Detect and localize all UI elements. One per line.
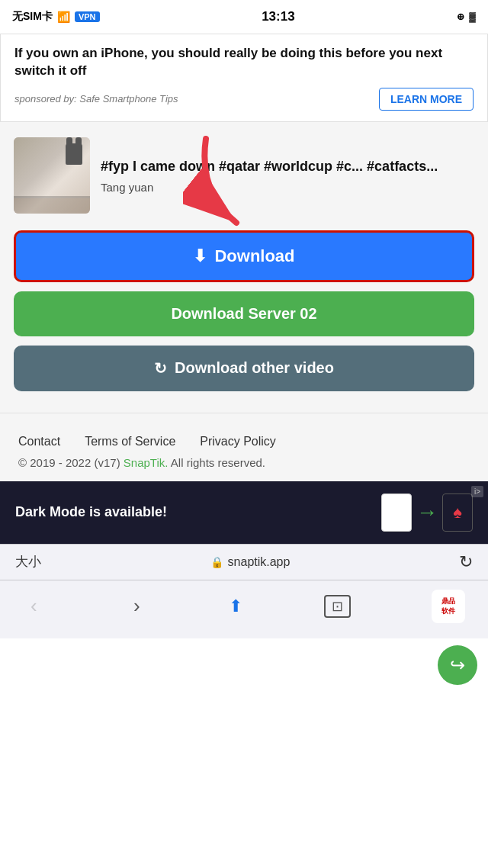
video-card: #fyp I came down #qatar #worldcup #c... … — [14, 137, 474, 214]
battery-icon: ▓ — [469, 11, 476, 22]
font-size-label[interactable]: 大小 — [15, 553, 41, 571]
footer-tos-link[interactable]: Terms of Service — [85, 435, 175, 448]
status-bar: 无SIM卡 📶 VPN 13:13 ⊕ ▓ — [0, 0, 488, 34]
share-button[interactable]: ⬆ — [229, 596, 242, 616]
browser-address-bar: 大小 🔒 snaptik.app ↻ — [0, 544, 488, 580]
download-icon: ⬇ — [193, 246, 207, 266]
video-info: #fyp I came down #qatar #worldcup #c... … — [101, 157, 474, 194]
browser-nav: ‹ › ⬆ ⊡ 鼎品软件 — [0, 580, 488, 638]
footer-brand-link[interactable]: SnapTik. — [124, 456, 169, 469]
share-fab-button[interactable]: ↪ — [438, 645, 477, 685]
download-server02-button[interactable]: Download Server 02 — [14, 291, 474, 336]
learn-more-button[interactable]: LEARN MORE — [379, 88, 474, 111]
video-author: Tang yuan — [101, 181, 474, 194]
download-other-label: Download other video — [175, 359, 334, 377]
download-other-button[interactable]: ↻ Download other video — [14, 346, 474, 391]
footer-contact-link[interactable]: Contact — [18, 435, 60, 448]
card-dark: ♠ — [442, 493, 473, 532]
carrier-label: 无SIM卡 — [12, 10, 53, 24]
footer-links: Contact Terms of Service Privacy Policy — [18, 435, 470, 448]
ad-banner-bottom: sponsored by: Safe Smartphone Tips LEARN… — [14, 88, 474, 111]
footer-copyright: © 2019 - 2022 (v17) SnapTik. All rights … — [18, 456, 470, 469]
download-primary-button[interactable]: ⬇ Download — [14, 230, 474, 282]
status-right: ⊕ ▓ — [457, 11, 476, 22]
ad-title: If you own an iPhone, you should really … — [14, 45, 474, 80]
video-title: #fyp I came down #qatar #worldcup #c... … — [101, 157, 474, 176]
arrow-right-icon: → — [416, 500, 438, 525]
wifi-icon: 📶 — [57, 11, 70, 23]
status-time: 13:13 — [262, 9, 294, 24]
download-label: Download — [214, 246, 294, 266]
share-icon: ↪ — [450, 654, 465, 676]
browser-url-area[interactable]: 🔒 snaptik.app — [210, 555, 291, 569]
lock-icon: 🔒 — [210, 556, 223, 568]
cast-icon: ⊕ — [457, 11, 464, 22]
video-thumbnail — [14, 137, 90, 214]
content-area: #fyp I came down #qatar #worldcup #c... … — [0, 122, 488, 413]
footer-privacy-link[interactable]: Privacy Policy — [200, 435, 276, 448]
dingpin-icon: 鼎品软件 — [432, 590, 465, 623]
vpn-badge: VPN — [75, 11, 100, 22]
tab-button[interactable]: ⊡ — [324, 595, 351, 618]
card-diamonds: ♦ — [381, 493, 412, 532]
refresh-icon: ↻ — [154, 359, 167, 378]
browser-refresh-button[interactable]: ↻ — [459, 552, 473, 572]
ad-sponsored: sponsored by: Safe Smartphone Tips — [14, 93, 178, 104]
card-icons: ♦ → ♠ — [381, 493, 473, 532]
ad-banner: If you own an iPhone, you should really … — [0, 34, 488, 122]
footer: Contact Terms of Service Privacy Policy … — [0, 413, 488, 481]
back-button[interactable]: ‹ — [23, 591, 45, 621]
status-left: 无SIM卡 📶 VPN — [12, 10, 100, 24]
bottom-ad-text: Dark Mode is available! — [15, 504, 381, 520]
download-server02-label: Download Server 02 — [171, 305, 316, 323]
ad-info-badge[interactable]: i> — [471, 486, 483, 497]
forward-button[interactable]: › — [126, 591, 148, 621]
bottom-ad-banner: Dark Mode is available! ♦ → ♠ i> — [0, 481, 488, 544]
url-label: snaptik.app — [228, 555, 291, 569]
